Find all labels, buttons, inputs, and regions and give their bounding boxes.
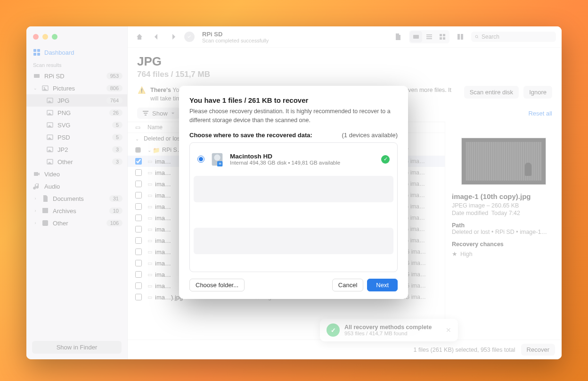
minimize-window-button[interactable] <box>42 34 48 40</box>
sidebar-item-label: PNG <box>57 109 106 116</box>
image-icon <box>46 109 54 116</box>
new-file-button[interactable] <box>392 31 404 42</box>
sidebar-item-audio[interactable]: Audio <box>26 180 127 192</box>
svg-rect-4 <box>34 74 40 78</box>
count-badge: 10 <box>109 207 122 214</box>
recover-button[interactable]: Recover <box>521 344 555 356</box>
sidebar-item-video[interactable]: Video <box>26 168 127 180</box>
other-icon <box>41 219 49 227</box>
sidebar-item-rpi-sd[interactable]: RPi SD953 <box>26 70 127 82</box>
filter-lines-icon <box>142 109 149 117</box>
ignore-button[interactable]: Ignore <box>523 86 552 99</box>
sidebar-item-label: JPG <box>57 97 103 104</box>
row-checkbox[interactable] <box>135 237 142 244</box>
count-badge: 3 <box>112 146 122 153</box>
video-icon <box>33 170 41 178</box>
chevron-right-icon[interactable]: › <box>33 208 38 213</box>
sidebar-dashboard[interactable]: Dashboard <box>26 46 127 58</box>
sidebar-item-documents[interactable]: ›Documents31 <box>26 192 127 205</box>
status-check-icon <box>184 32 195 42</box>
sidebar-item-other[interactable]: Other3 <box>26 156 127 168</box>
device-radio[interactable] <box>197 156 204 163</box>
doc-icon <box>41 195 49 202</box>
zoom-window-button[interactable] <box>52 34 57 40</box>
svg-rect-14 <box>42 209 48 213</box>
row-checkbox[interactable] <box>135 169 142 176</box>
device-list: Macintosh HD Internal 494,38 GB disk • 1… <box>189 142 398 273</box>
drive-icon <box>33 72 41 80</box>
chevron-right-icon[interactable]: › <box>33 196 38 201</box>
device-option-macintosh-hd[interactable]: Macintosh HD Internal 494,38 GB disk • 1… <box>194 147 393 172</box>
image-icon <box>46 158 54 166</box>
view-columns-button[interactable] <box>454 31 466 42</box>
view-grid-button[interactable] <box>436 31 449 42</box>
toast-close-button[interactable]: ✕ <box>446 326 451 334</box>
file-name: ima… <box>155 271 171 278</box>
detail-panel: image-1 (10th copy).jpg JPEG image – 260… <box>445 122 562 340</box>
row-checkbox[interactable] <box>135 271 142 278</box>
page-title: JPG <box>137 54 552 69</box>
grid-icon <box>33 49 41 56</box>
sidebar-item-jpg[interactable]: JPG764 <box>26 94 127 107</box>
next-button[interactable]: Next <box>367 279 398 291</box>
modal-title: You have 1 files / 261 KB to recover <box>189 96 398 104</box>
choose-folder-button[interactable]: Choose folder... <box>189 279 245 291</box>
close-window-button[interactable] <box>33 34 39 40</box>
sidebar-item-psd[interactable]: PSD5 <box>26 131 127 143</box>
row-checkbox[interactable] <box>135 248 142 255</box>
toolbar: RPi SD Scan completed successfully <box>128 26 562 48</box>
svg-rect-1 <box>37 49 40 52</box>
scan-entire-disk-button[interactable]: Scan entire disk <box>464 86 519 99</box>
cancel-button[interactable]: Cancel <box>332 279 363 291</box>
sidebar-item-pictures[interactable]: ⌄Pictures806 <box>26 82 127 94</box>
detail-chances: High <box>460 251 473 257</box>
show-filter-button[interactable]: Show <box>137 108 180 119</box>
sidebar-item-png[interactable]: PNG26 <box>26 107 127 119</box>
forward-button[interactable] <box>167 31 180 42</box>
sidebar-item-archives[interactable]: ›Archives10 <box>26 205 127 217</box>
row-checkbox[interactable] <box>135 181 142 187</box>
detail-kind: JPEG image – 260.65 KB <box>452 202 555 209</box>
device-ok-icon: ✓ <box>381 155 390 164</box>
view-list-button[interactable] <box>423 31 435 42</box>
file-name: ima… <box>155 237 171 244</box>
count-badge: 764 <box>106 97 122 104</box>
file-name: ima… <box>155 260 171 267</box>
window-title: RPi SD <box>202 31 269 38</box>
header-checkbox[interactable]: ▭ <box>135 124 147 131</box>
row-checkbox[interactable] <box>135 282 142 289</box>
back-button[interactable] <box>150 31 163 42</box>
row-checkbox[interactable] <box>135 294 142 300</box>
svg-rect-15 <box>42 208 48 209</box>
svg-rect-23 <box>461 34 463 40</box>
view-icons-button[interactable] <box>410 31 422 42</box>
image-icon <box>46 146 54 153</box>
show-in-finder-button[interactable]: Show in Finder <box>32 341 122 354</box>
row-checkbox[interactable] <box>135 226 142 232</box>
chevron-right-icon[interactable]: › <box>33 221 38 225</box>
svg-rect-22 <box>457 34 460 40</box>
sidebar-item-other[interactable]: ›Other106 <box>26 217 127 229</box>
detail-chances-label: Recovery chances <box>452 241 555 248</box>
row-checkbox[interactable] <box>135 215 142 221</box>
svg-rect-21 <box>443 37 445 40</box>
page-subtitle: 764 files / 151,7 MB <box>137 70 552 79</box>
search-input[interactable] <box>482 33 552 40</box>
sidebar-item-label: Video <box>44 171 122 178</box>
row-checkbox[interactable] <box>135 192 142 199</box>
search-field[interactable] <box>471 32 556 42</box>
row-checkbox[interactable] <box>135 158 142 165</box>
window-controls <box>26 31 127 46</box>
file-name: ima… <box>155 192 171 199</box>
file-name: ima… <box>155 181 171 188</box>
row-checkbox[interactable] <box>135 203 142 210</box>
svg-rect-19 <box>443 34 445 36</box>
chevron-down-icon[interactable]: ⌄ <box>33 86 38 91</box>
svg-rect-0 <box>33 49 36 52</box>
reset-all-link[interactable]: Reset all <box>528 110 552 117</box>
home-button[interactable] <box>133 31 146 42</box>
sidebar-item-svg[interactable]: SVG5 <box>26 119 127 131</box>
row-checkbox[interactable] <box>135 260 142 266</box>
file-name: ima… <box>155 169 171 176</box>
sidebar-item-jp2[interactable]: JP23 <box>26 143 127 156</box>
